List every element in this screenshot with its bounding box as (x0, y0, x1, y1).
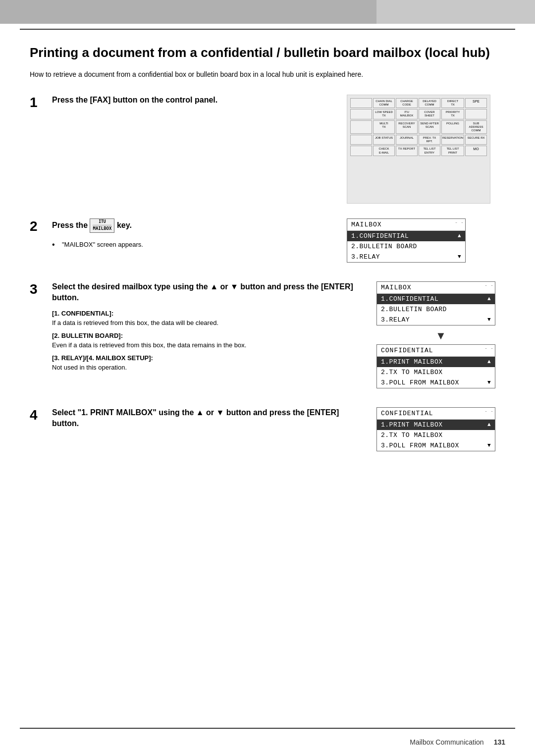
bottom-divider (20, 728, 515, 729)
cp-btn-journal: JOURNAL (396, 135, 418, 145)
transition-arrow: ▼ (376, 329, 505, 342)
cp-btn-2 (350, 109, 372, 119)
cp-buttons: CHAIN DIALCOMM CHARGECODE DELAYEDCOMM DI… (347, 95, 490, 159)
bullet-icon: • (52, 241, 58, 249)
cp-btn-chain-dial: CHAIN DIALCOMM (373, 98, 395, 108)
cp-btn-direct: DIRECTTX (441, 98, 464, 108)
cp-btn-5 (350, 146, 372, 156)
step-1-content: Press the [FAX] button on the control pa… (52, 95, 505, 204)
step-1-image: CHAIN DIALCOMM CHARGECODE DELAYEDCOMM DI… (347, 95, 505, 204)
down-arrow-icon-3: ▼ (487, 379, 491, 385)
cp-btn-prev: PREV. TXRPT. (419, 135, 440, 145)
main-content: Printing a document from a confidential … (0, 30, 535, 510)
cp-btn-low-speed: LOW SPEEDTX (373, 109, 395, 119)
confidential-screen-step3-row2: 2.TX TO MAILBOX (377, 367, 495, 378)
step-3-note-3: [3. RELAY]/[4. MAILBOX SETUP]: Not used … (52, 353, 367, 373)
cp-btn-3 (350, 120, 372, 134)
mailbox-screen-step2: - - MAILBOX 1.CONFIDENTIAL ▲ 2.BULLETIN … (347, 218, 466, 263)
cp-btn-check: CHECKE-MAIL (373, 146, 395, 156)
step-3: 3 Select the desired mailbox type using … (30, 281, 505, 392)
top-bar-accent (376, 0, 535, 24)
cp-btn-polling: POLLING (441, 120, 464, 134)
step-4-screens: - - CONFIDENTIAL 1.PRINT MAILBOX ▲ 2.TX … (376, 407, 505, 455)
cp-btn-spd: SPE (465, 98, 487, 108)
mailbox-screen-step2-row2: 2.BULLETIN BOARD (347, 241, 465, 252)
cp-btn-multi: MULTITX (373, 120, 395, 134)
step-2-bullet: • "MAILBOX" screen appears. (52, 241, 337, 249)
confidential-screen-step4-row2: 2.TX TO MAILBOX (377, 430, 495, 440)
cp-btn-charge: CHARGECODE (396, 98, 418, 108)
step-4: 4 Select "1. PRINT MAILBOX" using the ▲ … (30, 407, 505, 455)
down-arrow-icon: ▼ (458, 254, 461, 260)
step-2-number: 2 (30, 218, 52, 233)
cp-btn-tel-print: TEL LISTPRINT (441, 146, 464, 156)
cp-btn-cover: COVERSHEET (419, 109, 440, 119)
down-arrow-icon-2: ▼ (487, 317, 491, 323)
step-2-screen: - - MAILBOX 1.CONFIDENTIAL ▲ 2.BULLETIN … (347, 218, 505, 267)
step-3-note-2-text: Even if a data is retrieved from this bo… (52, 341, 246, 349)
mailbox-key-icon: ITU MAILBOX (90, 218, 114, 233)
cp-btn-mo: MO (465, 146, 487, 156)
confidential-screen-step3-row3: 3.POLL FROM MAILBOX ▼ (377, 378, 495, 388)
cp-btn-priority: PRIORITYTX (441, 109, 464, 119)
confidential-screen-step3-row1: 1.PRINT MAILBOX ▲ (377, 357, 495, 367)
cp-btn-spd2 (465, 109, 487, 119)
cp-btn-4 (350, 135, 372, 145)
step-2-bullet-text: "MAILBOX" screen appears. (62, 241, 143, 248)
up-arrow-icon-2: ▲ (487, 296, 491, 302)
mailbox-screen-step3-row2: 2.BULLETIN BOARD (377, 304, 495, 315)
step-1: 1 Press the [FAX] button on the control … (30, 95, 505, 204)
step-1-title: Press the [FAX] button on the control pa… (52, 95, 337, 106)
mailbox-screen-step2-row3: 3.RELAY ▼ (347, 252, 465, 262)
down-arrow-icon-4: ▼ (487, 442, 491, 448)
step-4-title: Select "1. PRINT MAILBOX" using the ▲ or… (52, 407, 367, 430)
step-2: 2 Press the ITU MAILBOX key. • "MAILBOX"… (30, 218, 505, 267)
step-2-suffix: key. (117, 221, 132, 229)
mailbox-screen-step3-row3: 3.RELAY ▼ (377, 315, 495, 325)
footer-page-number: 131 (494, 738, 505, 746)
step-3-content: Select the desired mailbox type using th… (52, 281, 505, 392)
confidential-screen-step4-row3: 3.POLL FROM MAILBOX ▼ (377, 440, 495, 451)
mailbox-screen-step3-row1: 1.CONFIDENTIAL ▲ (377, 294, 495, 304)
step-2-text: Press the ITU MAILBOX key. • "MAILBOX" s… (52, 218, 337, 267)
step-1-number: 1 (30, 95, 52, 109)
cp-btn-recovery: RECOVERYSCAN (396, 120, 418, 134)
control-panel-diagram: CHAIN DIALCOMM CHARGECODE DELAYEDCOMM DI… (347, 95, 490, 204)
mailbox-screen-step3: - - MAILBOX 1.CONFIDENTIAL ▲ 2.BULLETIN … (376, 281, 495, 325)
cp-btn-sub: SUB ADDRESSCOMM (465, 120, 487, 134)
cp-btn-secure: SECURE RX (465, 135, 487, 145)
cp-btn-delayed: DELAYEDCOMM (419, 98, 440, 108)
step-4-number: 4 (30, 407, 52, 422)
cp-btn-job: JOB STATUS (373, 135, 395, 145)
footer: Mailbox Communication 131 (0, 738, 535, 746)
mailbox-screen-step2-row1: 1.CONFIDENTIAL ▲ (347, 231, 465, 241)
step-3-note-1: [1. CONFIDENTIAL]: If a data is retrieve… (52, 309, 367, 328)
step-3-note-1-text: If a data is retrieved from this box, th… (52, 319, 218, 326)
step-4-text: Select "1. PRINT MAILBOX" using the ▲ or… (52, 407, 367, 455)
step-3-screens: - - MAILBOX 1.CONFIDENTIAL ▲ 2.BULLETIN … (376, 281, 505, 392)
cp-btn-1 (350, 98, 372, 108)
step-3-text: Select the desired mailbox type using th… (52, 281, 367, 392)
page-title: Printing a document from a confidential … (30, 45, 505, 61)
step-2-prefix: Press the (52, 221, 90, 229)
cp-btn-itu: ITUMAILBOX (396, 109, 418, 119)
step-3-notes: [1. CONFIDENTIAL]: If a data is retrieve… (52, 309, 367, 373)
step-3-number: 3 (30, 281, 52, 296)
step-3-note-3-text: Not used in this operation. (52, 364, 127, 371)
step-2-bullet-area: • "MAILBOX" screen appears. (52, 241, 337, 249)
footer-section-label: Mailbox Communication (410, 738, 483, 746)
cp-btn-tx-report: TX REPORT (396, 146, 418, 156)
confidential-screen-step4-title: CONFIDENTIAL (377, 408, 495, 420)
cp-btn-reservation: RESERVATION (441, 135, 464, 145)
step-3-note-3-label: [3. RELAY]/[4. MAILBOX SETUP]: (52, 354, 153, 362)
up-arrow-icon: ▲ (458, 233, 461, 239)
mailbox-screen-step3-title: MAILBOX (377, 282, 495, 294)
confidential-screen-step4: - - CONFIDENTIAL 1.PRINT MAILBOX ▲ 2.TX … (376, 407, 495, 451)
step-1-text: Press the [FAX] button on the control pa… (52, 95, 337, 204)
confidential-screen-step3-title: CONFIDENTIAL (377, 345, 495, 357)
step-3-note-1-label: [1. CONFIDENTIAL]: (52, 310, 113, 317)
confidential-screen-step3: - - CONFIDENTIAL 1.PRINT MAILBOX ▲ 2.TX … (376, 344, 495, 388)
step-4-content: Select "1. PRINT MAILBOX" using the ▲ or… (52, 407, 505, 455)
confidential-screen-step4-row1: 1.PRINT MAILBOX ▲ (377, 420, 495, 430)
step-2-content: Press the ITU MAILBOX key. • "MAILBOX" s… (52, 218, 505, 267)
